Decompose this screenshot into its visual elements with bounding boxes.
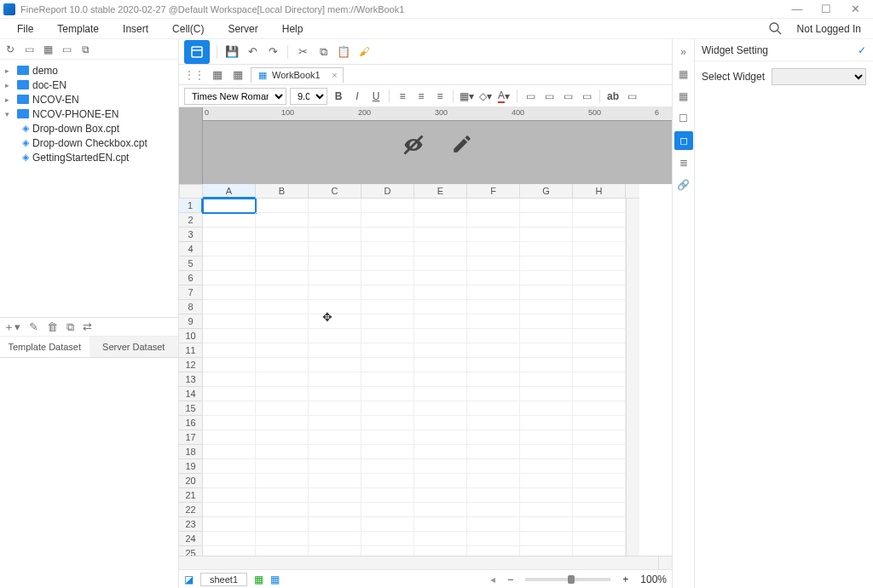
cell-D6[interactable]	[361, 271, 414, 285]
cell-A4[interactable]	[203, 242, 256, 257]
cell-F12[interactable]	[467, 358, 520, 372]
tab-server-dataset[interactable]: Server Dataset	[90, 337, 179, 357]
cell-F9[interactable]	[467, 314, 520, 329]
column-header-G[interactable]: G	[520, 184, 573, 199]
cell-G10[interactable]	[520, 329, 573, 343]
cell-C9[interactable]	[309, 314, 361, 329]
cell-C15[interactable]	[309, 401, 361, 416]
cell-F20[interactable]	[467, 474, 520, 488]
folder-demo[interactable]: ▸demo	[2, 63, 176, 78]
cell-F1[interactable]	[467, 199, 520, 213]
align-right-icon[interactable]: ≡	[432, 89, 448, 104]
cell-H15[interactable]	[573, 401, 626, 416]
cell-F7[interactable]	[467, 285, 520, 300]
cell-A10[interactable]	[203, 329, 256, 343]
cell-F4[interactable]	[467, 242, 520, 257]
cell-D20[interactable]	[361, 474, 414, 488]
spreadsheet-grid[interactable]	[203, 199, 626, 556]
cell-G25[interactable]	[520, 546, 573, 556]
fill-color-icon[interactable]: ◇▾	[477, 89, 493, 104]
cell-C21[interactable]	[309, 488, 361, 503]
layout-icon-2[interactable]: ▦	[230, 67, 246, 83]
cell-B10[interactable]	[256, 329, 309, 343]
cell-A11[interactable]	[203, 343, 256, 358]
row-header-11[interactable]: 11	[179, 343, 203, 358]
cell-A13[interactable]	[203, 372, 256, 387]
panel-pin-icon[interactable]: ✓	[858, 44, 866, 56]
cell-F19[interactable]	[467, 459, 520, 474]
rail-hyperlink-icon[interactable]: 🔗	[674, 176, 693, 194]
maximize-button[interactable]: ☐	[812, 1, 841, 18]
cell-H3[interactable]	[573, 228, 626, 242]
cell-B11[interactable]	[256, 343, 309, 358]
redo-icon[interactable]: ↷	[265, 44, 280, 60]
cut-icon[interactable]: ✂	[295, 44, 310, 60]
cell-A17[interactable]	[203, 430, 256, 445]
format-painter-icon[interactable]: 🖌	[356, 44, 372, 60]
cell-H12[interactable]	[573, 358, 626, 372]
cell-F5[interactable]	[467, 257, 520, 271]
cell-F13[interactable]	[467, 372, 520, 387]
cell-E20[interactable]	[414, 474, 467, 488]
cell-E21[interactable]	[414, 488, 467, 503]
copy-icon[interactable]: ⧉	[78, 43, 92, 56]
cell-G13[interactable]	[520, 372, 573, 387]
cell-C5[interactable]	[309, 257, 361, 271]
cell-G7[interactable]	[520, 285, 573, 300]
rail-condition-icon[interactable]: ≣	[674, 153, 693, 172]
cell-G11[interactable]	[520, 343, 573, 358]
cell-E14[interactable]	[414, 387, 467, 401]
cell-F22[interactable]	[467, 503, 520, 517]
cell-D3[interactable]	[361, 228, 414, 242]
cell-C13[interactable]	[309, 372, 361, 387]
cell-B25[interactable]	[256, 546, 309, 556]
cell-A18[interactable]	[203, 445, 256, 459]
minimize-button[interactable]: —	[783, 1, 812, 18]
cell-E2[interactable]	[414, 213, 467, 228]
row-header-2[interactable]: 2	[179, 213, 203, 228]
row-header-9[interactable]: 9	[179, 314, 203, 329]
cell-C23[interactable]	[309, 517, 361, 532]
cell-B8[interactable]	[256, 300, 309, 314]
cell-G19[interactable]	[520, 459, 573, 474]
edit-dataset-icon[interactable]: ✎	[29, 320, 38, 333]
column-header-E[interactable]: E	[414, 184, 467, 199]
row-header-23[interactable]: 23	[179, 517, 203, 532]
cell-A3[interactable]	[203, 228, 256, 242]
file-dropdown-checkbox[interactable]: ◈Drop-down Checkbox.cpt	[2, 135, 176, 150]
cell-B23[interactable]	[256, 517, 309, 532]
edit-pencil-icon[interactable]	[451, 133, 473, 157]
vertical-scrollbar[interactable]	[626, 199, 639, 556]
refresh-icon[interactable]: ↻	[3, 43, 17, 56]
cell-H5[interactable]	[573, 257, 626, 271]
cell-D23[interactable]	[361, 517, 414, 532]
cell-B16[interactable]	[256, 416, 309, 430]
cell-E1[interactable]	[414, 199, 467, 213]
cell-G24[interactable]	[520, 532, 573, 546]
italic-icon[interactable]: I	[350, 89, 365, 104]
cell-G5[interactable]	[520, 257, 573, 271]
cell-E4[interactable]	[414, 242, 467, 257]
rail-attr-icon[interactable]: ▦	[674, 87, 693, 106]
cell-G12[interactable]	[520, 358, 573, 372]
cell-E22[interactable]	[414, 503, 467, 517]
cell-D2[interactable]	[361, 213, 414, 228]
cell-B6[interactable]	[256, 271, 309, 285]
row-header-5[interactable]: 5	[179, 257, 203, 271]
cell-B13[interactable]	[256, 372, 309, 387]
cell-G21[interactable]	[520, 488, 573, 503]
cell-D8[interactable]	[361, 300, 414, 314]
cell-A7[interactable]	[203, 285, 256, 300]
menu-server[interactable]: Server	[216, 21, 269, 37]
row-header-7[interactable]: 7	[179, 285, 203, 300]
cell-C10[interactable]	[309, 329, 361, 343]
cell-H23[interactable]	[573, 517, 626, 532]
cell-F11[interactable]	[467, 343, 520, 358]
sheet-tab[interactable]: sheet1	[200, 573, 247, 586]
cell-D24[interactable]	[361, 532, 414, 546]
cell-C17[interactable]	[309, 430, 361, 445]
cell-H14[interactable]	[573, 387, 626, 401]
close-button[interactable]: ✕	[841, 1, 870, 18]
cell-C19[interactable]	[309, 459, 361, 474]
cell-H9[interactable]	[573, 314, 626, 329]
